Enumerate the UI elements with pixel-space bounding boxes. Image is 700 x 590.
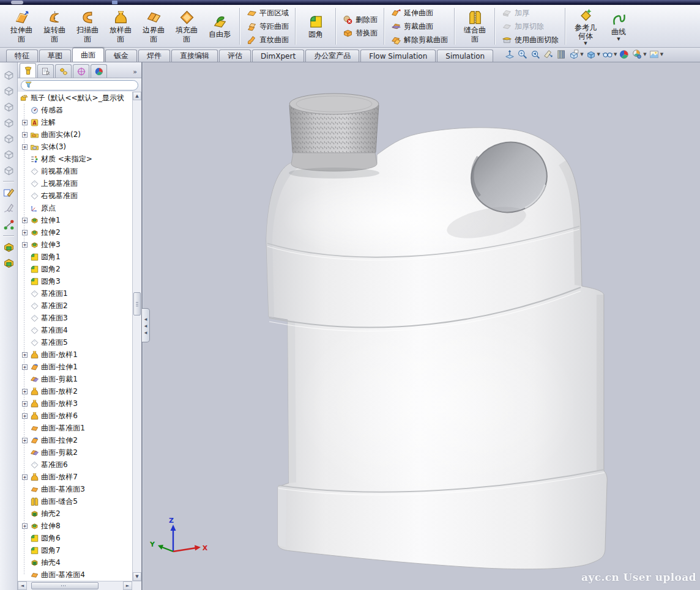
tree-item[interactable]: 抽壳4 xyxy=(28,556,132,569)
expand-box[interactable]: + xyxy=(22,352,28,358)
panel-tab-displaymanager[interactable] xyxy=(91,64,107,78)
offset-surface-button[interactable]: 等距曲面 xyxy=(244,20,292,33)
panel-tab-featuremanager[interactable] xyxy=(20,63,36,78)
tree-item[interactable]: +曲面-放样2 xyxy=(28,385,132,397)
boundary-surface-button[interactable]: 边界曲面 xyxy=(137,8,170,44)
tree-item[interactable]: +A注解 xyxy=(28,116,132,128)
delete-face-button[interactable]: 删除面 xyxy=(340,13,381,26)
tree-item[interactable]: 右视基准面 xyxy=(28,190,132,202)
tree-item[interactable]: 圆角7 xyxy=(28,544,132,556)
edit-appearance-icon[interactable] xyxy=(619,49,630,60)
panel-collapse-handle[interactable]: ◀◀◀ xyxy=(142,308,150,342)
apply-scene-icon[interactable]: ▼ xyxy=(631,49,646,60)
expand-box[interactable]: + xyxy=(22,523,28,529)
model-3d-bottle[interactable]: Z X Y xyxy=(144,62,700,590)
freeform-button[interactable]: 自由形 xyxy=(203,12,236,40)
tree-item[interactable]: 曲面-剪裁2 xyxy=(28,446,132,459)
tree-item[interactable]: +实体(3) xyxy=(28,141,132,153)
extend-surface-button[interactable]: 延伸曲面 xyxy=(388,7,436,20)
standard-view-3-icon[interactable] xyxy=(2,100,15,113)
curves-button[interactable]: 曲线▼ xyxy=(602,10,635,43)
tree-item[interactable]: 圆角3 xyxy=(28,275,132,287)
3d-sketch-icon[interactable] xyxy=(2,202,15,215)
ruled-surface-button[interactable]: 直纹曲面 xyxy=(244,34,292,46)
tree-item[interactable]: 基准面3 xyxy=(28,312,132,324)
panel-tab-dimxpertmanager[interactable] xyxy=(73,64,89,78)
panel-tab-overflow-button[interactable]: » xyxy=(130,68,140,78)
scroll-left-arrow[interactable]: ◄ xyxy=(18,581,27,590)
zebra-stripes-icon[interactable] xyxy=(556,49,567,60)
scroll-right-arrow[interactable]: ► xyxy=(123,581,132,590)
commandmanager-tab-1[interactable]: 特征 xyxy=(6,50,38,62)
tree-item[interactable]: +拉伸8 xyxy=(28,520,132,532)
tree-item[interactable]: 圆角2 xyxy=(28,263,132,275)
cut-with-surface-button[interactable]: 使用曲面切除 xyxy=(499,34,562,46)
commandmanager-tab-3[interactable]: 曲面 xyxy=(72,48,104,62)
loft-surface-button[interactable]: 放样曲面 xyxy=(104,8,137,44)
tree-item[interactable]: 抽壳2 xyxy=(28,507,132,520)
dropdown-caret-icon[interactable]: ▼ xyxy=(584,42,587,46)
expand-box[interactable]: + xyxy=(22,120,28,125)
zoom-to-area-icon[interactable] xyxy=(517,49,528,60)
surface-tool-1-icon[interactable] xyxy=(2,241,15,254)
hide-show-items-icon[interactable]: ▼ xyxy=(602,49,617,60)
previous-view-icon[interactable] xyxy=(530,49,541,60)
dropdown-caret-icon[interactable]: ▼ xyxy=(660,52,663,57)
feature-tree-filter[interactable] xyxy=(21,80,138,90)
planar-region-button[interactable]: 平面区域 xyxy=(244,7,292,20)
standard-view-6-icon[interactable] xyxy=(2,148,15,161)
tree-item[interactable]: 曲面-缝合5 xyxy=(28,495,132,507)
tree-item[interactable]: 曲面-剪裁1 xyxy=(28,373,132,385)
tree-item[interactable]: 基准面1 xyxy=(28,287,132,300)
section-view-icon[interactable] xyxy=(543,49,554,60)
expand-box[interactable]: + xyxy=(22,242,28,248)
tree-item[interactable]: 曲面-基准面1 xyxy=(28,422,132,434)
revolve-surface-button[interactable]: 旋转曲面 xyxy=(38,8,71,44)
tree-vertical-scrollbar[interactable]: ▲ ▼ xyxy=(132,92,141,581)
feature-tree-filter-input[interactable] xyxy=(34,81,134,89)
tree-item[interactable]: 基准面5 xyxy=(28,336,132,348)
tree-item[interactable]: +拉伸1 xyxy=(28,214,132,226)
tree-item[interactable]: +曲面实体(2) xyxy=(28,128,132,141)
feature-tree-root[interactable]: 瓶子 (默认<<默认>_显示状 xyxy=(20,92,132,104)
tree-item[interactable]: 基准面4 xyxy=(28,324,132,336)
tree-item[interactable]: 材质 <未指定> xyxy=(28,153,132,165)
fillet-button[interactable]: 圆角 xyxy=(299,12,332,40)
display-style-icon[interactable]: ▼ xyxy=(586,49,600,60)
expand-box[interactable]: + xyxy=(22,438,28,443)
sweep-surface-button[interactable]: 扫描曲面 xyxy=(71,8,104,44)
tree-item[interactable]: 原点 xyxy=(28,202,132,214)
zoom-to-fit-icon[interactable] xyxy=(504,49,515,60)
tree-item[interactable]: 上视基准面 xyxy=(28,177,132,190)
commandmanager-tab-11[interactable]: Simulation xyxy=(437,50,493,62)
scroll-down-arrow[interactable]: ▼ xyxy=(133,572,141,581)
standard-view-7-icon[interactable] xyxy=(2,164,15,177)
commandmanager-tab-5[interactable]: 焊件 xyxy=(138,50,170,62)
expand-box[interactable]: + xyxy=(22,132,28,138)
expand-box[interactable]: + xyxy=(22,364,28,370)
dropdown-caret-icon[interactable]: ▼ xyxy=(580,52,583,57)
commandmanager-tab-4[interactable]: 钣金 xyxy=(105,50,137,62)
fill-surface-button[interactable]: 填充曲面 xyxy=(170,8,203,44)
expand-box[interactable]: + xyxy=(22,389,28,394)
reference-geometry-button[interactable]: 参考几何体▼ xyxy=(569,6,602,47)
tree-item[interactable]: +曲面-拉伸2 xyxy=(28,434,132,446)
scroll-up-arrow[interactable]: ▲ xyxy=(133,92,141,100)
dropdown-caret-icon[interactable]: ▼ xyxy=(614,52,617,57)
sketch-icon[interactable] xyxy=(2,186,15,199)
route-icon[interactable] xyxy=(2,218,15,231)
standard-view-2-icon[interactable] xyxy=(2,84,15,97)
dropdown-caret-icon[interactable]: ▼ xyxy=(597,52,600,57)
surface-tool-2-icon[interactable] xyxy=(2,257,15,270)
commandmanager-tab-10[interactable]: Flow Simulation xyxy=(360,50,436,62)
tree-item[interactable]: 前视基准面 xyxy=(28,165,132,177)
vertical-scroll-thumb[interactable] xyxy=(133,292,141,315)
view-settings-icon[interactable]: ▼ xyxy=(649,49,663,60)
graphics-viewport[interactable]: Z X Y ayc.cn User upload xyxy=(144,62,700,590)
knit-surface-button[interactable]: 缝合曲面 xyxy=(458,8,491,44)
standard-view-5-icon[interactable] xyxy=(2,132,15,145)
expand-box[interactable]: + xyxy=(22,413,28,419)
filter-funnel-icon[interactable] xyxy=(25,81,32,89)
trim-surface-button[interactable]: 剪裁曲面 xyxy=(388,20,436,33)
tree-item[interactable]: 曲面-基准面4 xyxy=(28,569,132,581)
